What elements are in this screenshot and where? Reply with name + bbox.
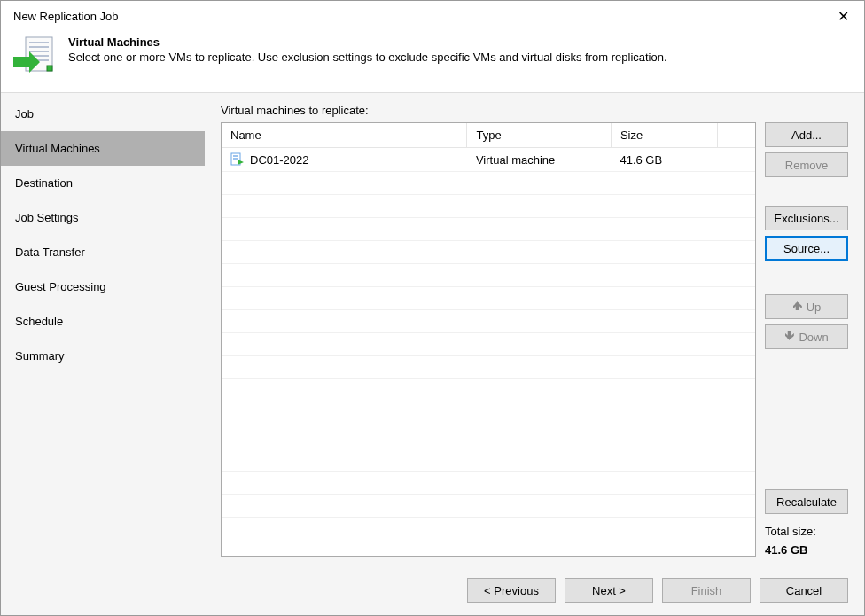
finish-button[interactable]: Finish: [662, 578, 751, 603]
table-row-empty: [222, 472, 755, 495]
replication-icon: [13, 34, 56, 78]
add-button[interactable]: Add...: [765, 122, 848, 147]
table-row-empty: [222, 448, 755, 472]
recalculate-button[interactable]: Recalculate: [765, 489, 848, 514]
sidebar-item-destination[interactable]: Destination: [1, 166, 205, 200]
footer: < Previous Next > Finish Cancel: [1, 565, 864, 615]
vm-type: Virtual machine: [467, 148, 612, 172]
header-text: Virtual Machines Select one or more VMs …: [68, 34, 667, 64]
table-row-empty: [222, 218, 755, 241]
down-button[interactable]: 🡻 Down: [765, 324, 848, 349]
col-name-header[interactable]: Name: [222, 123, 467, 148]
table-row-empty: [222, 425, 755, 448]
vm-table: Name Type Size: [221, 122, 756, 557]
col-type-header[interactable]: Type: [467, 123, 612, 148]
titlebar: New Replication Job ✕: [1, 1, 864, 28]
previous-button[interactable]: < Previous: [467, 578, 556, 603]
next-button[interactable]: Next >: [565, 578, 653, 603]
header: Virtual Machines Select one or more VMs …: [1, 28, 864, 92]
col-spacer: [718, 123, 755, 148]
table-row-empty: [222, 495, 755, 518]
table-row[interactable]: DC01-2022 Virtual machine 41.6 GB: [222, 148, 755, 172]
table-row-empty: [222, 172, 755, 195]
sidebar-item-job[interactable]: Job: [1, 97, 205, 131]
svg-rect-6: [47, 66, 52, 71]
total-size-label: Total size:: [765, 525, 848, 538]
col-size-header[interactable]: Size: [611, 123, 717, 148]
vm-icon: [230, 152, 245, 167]
total-size-value: 41.6 GB: [765, 543, 848, 557]
arrow-up-icon: 🡹: [792, 300, 803, 313]
table-row-empty: [222, 195, 755, 218]
window-title: New Replication Job: [13, 10, 119, 23]
main-row: Name Type Size: [221, 122, 848, 557]
sidebar-item-data-transfer[interactable]: Data Transfer: [1, 235, 205, 269]
source-button[interactable]: Source...: [765, 236, 848, 261]
exclusions-button[interactable]: Exclusions...: [765, 206, 848, 230]
side-buttons: Add... Remove Exclusions... Source... 🡹 …: [765, 122, 848, 557]
vm-name: DC01-2022: [250, 153, 309, 167]
remove-button[interactable]: Remove: [765, 152, 848, 177]
table-row-empty: [222, 356, 755, 379]
sidebar-item-job-settings[interactable]: Job Settings: [1, 200, 205, 235]
table-row-empty: [222, 333, 755, 356]
table-row-empty: [222, 241, 755, 264]
page-title: Virtual Machines: [68, 35, 667, 49]
sidebar-item-guest-processing[interactable]: Guest Processing: [1, 269, 205, 304]
sidebar-item-virtual-machines[interactable]: Virtual Machines: [1, 131, 205, 166]
table-row-empty: [222, 287, 755, 310]
page-subtitle: Select one or more VMs to replicate. Use…: [68, 51, 667, 64]
table-row-empty: [222, 310, 755, 333]
sidebar-item-summary[interactable]: Summary: [1, 339, 205, 373]
close-button[interactable]: ✕: [832, 8, 853, 25]
sidebar: Job Virtual Machines Destination Job Set…: [1, 93, 205, 565]
svg-rect-10: [233, 158, 238, 160]
table-row-empty: [222, 264, 755, 287]
table-label: Virtual machines to replicate:: [221, 104, 848, 117]
wizard-window: New Replication Job ✕ Virtual Machines S…: [0, 0, 865, 616]
table-row-empty: [222, 402, 755, 425]
body: Job Virtual Machines Destination Job Set…: [1, 92, 864, 565]
sidebar-item-schedule[interactable]: Schedule: [1, 304, 205, 339]
svg-rect-9: [233, 155, 238, 157]
up-button[interactable]: 🡹 Up: [765, 294, 848, 319]
main-panel: Virtual machines to replicate: Name Type…: [205, 93, 864, 565]
table-row-empty: [222, 379, 755, 402]
vm-size: 41.6 GB: [611, 148, 717, 172]
cancel-button[interactable]: Cancel: [760, 578, 848, 603]
arrow-down-icon: 🡻: [784, 331, 795, 343]
